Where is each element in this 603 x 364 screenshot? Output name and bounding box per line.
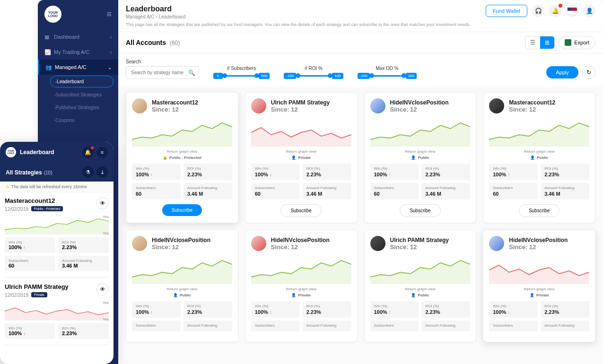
subscribe-button[interactable]: Subscribe	[400, 204, 440, 217]
win-stat: Win (%)100%↑	[251, 301, 300, 318]
amount-stat: Amount Following3.46 M	[303, 183, 351, 199]
privacy-badge: 👤 Public	[489, 156, 589, 160]
privacy-badge: 👤 Public	[370, 156, 471, 160]
privacy-badge: 👤 Public	[132, 293, 232, 297]
subnav-coupons[interactable]: -Coupons	[47, 114, 118, 127]
main-content: Leaderboard Managed A/C › Leaderboard Fu…	[118, 0, 603, 364]
mobile-strategy-card[interactable]: Ulrich PAMM Strategy12/02/2019Private👁Ye…	[5, 283, 109, 345]
mobile-title: Leaderboard	[20, 149, 54, 156]
card-title: Ulrich PAMM Strategy	[390, 237, 449, 243]
card-since: Since: 12	[509, 106, 555, 113]
language-flag-icon[interactable]	[566, 5, 578, 17]
mobile-strategy-card[interactable]: Masteraccount1212/02/2019Public - Protec…	[5, 197, 109, 277]
roi-stat: ROI (%)2.23%	[184, 301, 232, 318]
strategy-card[interactable]: HideINVclosePositionSince: 12Return grap…	[483, 230, 595, 342]
strategy-card[interactable]: HideINVclosePositionSince: 12Return grap…	[245, 230, 358, 342]
excel-icon	[565, 39, 571, 46]
strategy-card[interactable]: Masteraccount12Since: 12Return graph vie…	[483, 92, 595, 223]
page-title: Leaderboard	[126, 5, 185, 13]
mobile-notifications-icon[interactable]: 🔔	[82, 147, 94, 158]
sidebar-label: Managed A/C	[55, 64, 87, 70]
card-since: Since: 12	[271, 243, 330, 251]
privacy-badge: 👤 Private	[489, 293, 589, 297]
fund-wallet-button[interactable]: Fund Wallet	[486, 5, 527, 17]
apply-button[interactable]: Apply	[546, 66, 578, 78]
roi-stat: ROI (%)2.23%	[421, 301, 470, 318]
maxdd-slider[interactable]: Max DD % -100100	[358, 66, 417, 79]
subscribe-button[interactable]: Subscribe	[280, 204, 321, 217]
grid-view-button[interactable]: ⊞	[540, 36, 554, 49]
arrow-down-icon: ↓	[23, 331, 26, 336]
view-button[interactable]: 👁	[96, 197, 109, 209]
chart-label: Return graph view	[370, 287, 471, 291]
roi-stat: ROI (%)2.23%	[184, 164, 232, 180]
win-stat: Win (%)100%↑	[370, 164, 419, 180]
mobile-menu-icon[interactable]: ≡	[96, 147, 108, 158]
amount-stat: Amount Following	[541, 321, 589, 331]
privacy-icon: 👤	[411, 156, 416, 160]
card-title: Masteraccount12	[5, 197, 63, 204]
avatar	[370, 236, 385, 251]
privacy-badge: Public - Protected	[31, 206, 63, 211]
privacy-icon: 👤	[530, 293, 534, 297]
subnav-published[interactable]: -Published Strategies	[47, 101, 118, 114]
sidebar-item-dashboard[interactable]: ▦Dashboard›	[38, 29, 118, 44]
subnav-subscribed[interactable]: -Subscribed Strategies	[47, 88, 118, 101]
mobile-export-icon[interactable]: ⤓	[96, 166, 108, 178]
arrow-up-icon: ↑	[389, 310, 391, 315]
avatar	[489, 236, 504, 251]
menu-toggle-icon[interactable]: ≡	[106, 9, 112, 19]
privacy-icon: 👤	[530, 156, 535, 160]
breadcrumb: Managed A/C › Leaderboard	[126, 14, 185, 19]
card-title: Ulrich PAMM Strategy	[271, 99, 330, 106]
mobile-info-bar: ⚠The data will be refreshed every 15mins	[0, 182, 114, 192]
roi-stat: ROI (%)2.23%	[541, 301, 589, 318]
strategy-card[interactable]: Ulrich PAMM StrategySince: 12Return grap…	[364, 230, 477, 342]
refresh-button[interactable]: ↻	[582, 66, 595, 79]
arrow-down-icon: ↓	[270, 172, 272, 177]
win-stat: Win (%)100%↑	[132, 164, 181, 180]
return-chart	[370, 256, 471, 284]
amount-stat: Amount Following	[421, 321, 470, 331]
arrow-down-icon: ↓	[507, 310, 510, 315]
subscribe-button[interactable]: Subscribe	[162, 204, 202, 216]
card-title: HideINVclosePosition	[152, 237, 210, 243]
avatar	[489, 98, 504, 113]
avatar	[251, 98, 266, 113]
mobile-filter-icon[interactable]: ⚗	[82, 166, 94, 178]
privacy-icon: 👤	[411, 293, 416, 297]
amount-stat: Amount Following3.46 M	[541, 183, 589, 199]
strategy-card[interactable]: Ulrich PAMM StrategySince: 12Return grap…	[245, 92, 358, 223]
card-title: Ulrich PAMM Strategy	[5, 283, 69, 290]
strategy-card[interactable]: HideINVclosePositionSince: 12Return grap…	[364, 92, 477, 223]
desktop-window: YOUR LOGO ≡ ▦Dashboard› 📈My Trading A/C›…	[38, 0, 603, 364]
avatar	[132, 98, 147, 113]
subnav-leaderboard[interactable]: -Leaderboard	[50, 76, 114, 87]
card-title: Masteraccount12	[509, 99, 555, 106]
amount-stat: Amount Following	[303, 321, 351, 331]
roi-slider[interactable]: # ROI % -100100	[284, 66, 343, 79]
profile-icon[interactable]: 👤	[583, 5, 595, 17]
card-since: Since: 12	[390, 106, 449, 113]
list-view-button[interactable]: ☰	[525, 36, 540, 49]
search-icon[interactable]: 🔍	[188, 69, 195, 76]
sidebar-item-mytrading[interactable]: 📈My Trading A/C›	[38, 44, 118, 60]
avatar	[132, 236, 147, 251]
win-stat: Win (%)100%↑	[132, 301, 181, 318]
chevron-right-icon: ›	[110, 50, 112, 55]
export-button[interactable]: Export	[559, 36, 595, 49]
strategy-card[interactable]: Masteraccount12Since: 12Return graph vie…	[126, 92, 238, 223]
avatar	[370, 98, 385, 113]
subscribers-slider[interactable]: # Subscribers 0500	[213, 66, 270, 79]
return-chart	[251, 118, 351, 147]
sidebar-item-managed[interactable]: 👥Managed A/C⌄	[38, 60, 118, 75]
card-title: Masteraccount12	[152, 99, 198, 106]
subscribe-button[interactable]: Subscribe	[519, 204, 559, 217]
view-button[interactable]: 👁	[96, 283, 109, 295]
account-count: (60)	[170, 40, 180, 46]
search-label: Search	[126, 59, 199, 64]
arrow-up-icon: ↑	[150, 310, 153, 315]
support-icon[interactable]: 🎧	[532, 5, 544, 17]
notifications-icon[interactable]: 🔔	[549, 5, 561, 17]
strategy-card[interactable]: HideINVclosePositionSince: 12Return grap…	[126, 230, 238, 342]
